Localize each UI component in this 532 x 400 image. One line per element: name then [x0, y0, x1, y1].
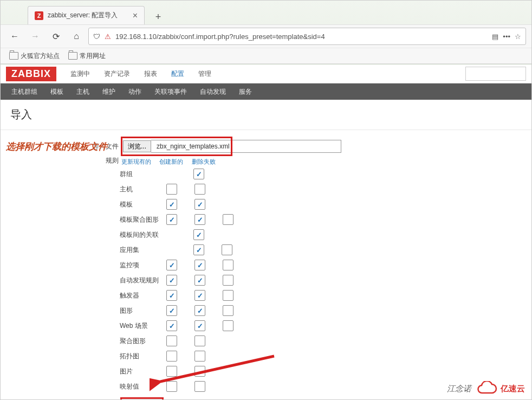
rule-checkbox[interactable]: ✓ — [193, 169, 204, 179]
rule-label: 映射值 — [120, 382, 166, 391]
file-chooser[interactable]: 浏览... zbx_nginx_templates.xml — [123, 140, 341, 153]
rule-checkbox[interactable]: ✓ — [194, 260, 205, 270]
rule-row: 聚合图形 — [120, 336, 531, 346]
browse-button[interactable]: 浏览... — [123, 140, 151, 152]
bookmark-label: 火狐官方站点 — [21, 51, 60, 61]
rule-checkbox[interactable]: ✓ — [193, 229, 204, 240]
bookmark-item[interactable]: 火狐官方站点 — [9, 51, 60, 61]
rule-checkbox[interactable]: ✓ — [194, 214, 205, 225]
rule-checkbox[interactable]: ✓ — [166, 290, 177, 301]
mainnav-item[interactable]: 管理 — [194, 65, 216, 83]
rule-checkbox[interactable]: ✓ — [194, 305, 205, 316]
rule-label: 模板 — [120, 200, 166, 209]
zabbix-logo[interactable]: ZABBIX — [6, 67, 56, 81]
rule-checkbox[interactable]: ✓ — [166, 305, 177, 316]
rule-checkbox[interactable]: ✓ — [166, 199, 177, 210]
subnav-item[interactable]: 动作 — [123, 84, 147, 100]
rule-checkbox — [166, 245, 176, 255]
rule-checkbox[interactable] — [222, 244, 232, 255]
rule-checkbox — [222, 230, 231, 240]
search-input[interactable] — [465, 67, 526, 81]
browser-tab[interactable]: Z zabbix_server: 配置导入 × — [28, 6, 145, 24]
home-button[interactable]: ⌂ — [68, 28, 85, 45]
rule-checkbox[interactable] — [166, 366, 177, 377]
rule-checkbox[interactable] — [223, 290, 233, 301]
mainnav-item[interactable]: 监测中 — [66, 65, 94, 83]
col-create-new: 创建新的 — [158, 158, 185, 166]
rule-row: 图形✓✓ — [120, 305, 531, 316]
bookmark-star-icon[interactable]: ☆ — [515, 33, 521, 41]
rule-checkbox[interactable] — [166, 184, 177, 195]
rule-checkbox[interactable] — [166, 336, 177, 346]
back-button[interactable]: ← — [6, 28, 23, 45]
lock-icon[interactable]: ⚠ — [105, 33, 111, 41]
rule-checkbox[interactable]: ✓ — [166, 275, 177, 286]
rule-row: 图片 — [120, 366, 531, 377]
rule-checkbox[interactable] — [194, 381, 205, 392]
rule-checkbox[interactable]: ✓ — [194, 290, 205, 301]
subnav-item[interactable]: 主机群组 — [6, 84, 43, 100]
reload-button[interactable]: ⟳ — [47, 28, 64, 45]
subnav-item[interactable]: 关联项事件 — [149, 84, 192, 100]
folder-icon — [9, 52, 18, 60]
mainnav-item[interactable]: 报表 — [140, 65, 161, 83]
rule-checkbox[interactable] — [223, 214, 233, 225]
rule-label: 聚合图形 — [120, 337, 166, 346]
col-update-existing: 更新现有的 — [120, 158, 152, 166]
forward-button[interactable]: → — [27, 28, 44, 45]
rule-checkbox[interactable] — [223, 320, 233, 331]
subnav-item[interactable]: 服务 — [233, 84, 257, 100]
rule-checkbox[interactable]: ✓ — [166, 260, 177, 270]
rule-checkbox[interactable]: ✓ — [166, 214, 177, 225]
subnav-item[interactable]: 自动发现 — [194, 84, 231, 100]
rule-checkbox — [223, 366, 232, 376]
rule-checkbox — [166, 169, 176, 179]
rule-checkbox[interactable] — [194, 336, 205, 346]
rule-checkbox — [223, 336, 232, 346]
rule-checkbox[interactable]: ✓ — [193, 244, 204, 255]
rule-checkbox[interactable] — [223, 305, 233, 316]
rule-checkbox[interactable] — [194, 366, 205, 377]
rule-label: 拓扑图 — [120, 352, 166, 361]
rule-row: Web 场景✓✓ — [120, 320, 531, 331]
rule-checkbox[interactable]: ✓ — [194, 199, 205, 210]
col-delete-missing: 删除失败 — [190, 158, 217, 166]
cloud-logo-icon — [475, 381, 497, 396]
rule-checkbox[interactable] — [194, 351, 205, 362]
rule-checkbox[interactable] — [223, 260, 233, 270]
mainnav-item[interactable]: 配置 — [167, 65, 189, 83]
rule-checkbox[interactable] — [166, 381, 177, 392]
more-icon[interactable]: ••• — [503, 33, 510, 41]
rule-checkbox[interactable]: ✓ — [194, 275, 205, 286]
subnav-item[interactable]: 维护 — [97, 84, 121, 100]
new-tab-button[interactable]: + — [149, 10, 167, 24]
rule-checkbox[interactable] — [166, 351, 177, 362]
rule-row: 主机 — [120, 184, 531, 195]
rule-label: 应用集 — [120, 246, 166, 255]
rule-checkbox[interactable] — [223, 275, 233, 286]
import-form: * 导入文件 浏览... zbx_nginx_templates.xml 选择刚… — [1, 130, 531, 400]
rule-checkbox — [223, 199, 232, 209]
shield-icon[interactable]: 🛡 — [93, 33, 100, 41]
rule-checkbox[interactable]: ✓ — [166, 320, 177, 331]
subnav-item[interactable]: 主机 — [71, 84, 95, 100]
tab-close-icon[interactable]: × — [133, 11, 138, 21]
watermark-brand: 亿速云 — [501, 384, 525, 394]
tab-strip: Z zabbix_server: 配置导入 × + — [1, 1, 531, 24]
rule-checkbox — [166, 230, 176, 240]
bookmark-item[interactable]: 常用网址 — [68, 51, 106, 61]
address-bar[interactable]: 🛡 ⚠ 192.168.1.10/zabbix/conf.import.php?… — [88, 28, 526, 45]
rules-label: 规则 — [1, 156, 123, 165]
rule-checkbox[interactable]: ✓ — [194, 320, 205, 331]
rule-row: 模板间的关联✓ — [120, 229, 531, 240]
main-nav: 监测中资产记录报表配置管理 — [66, 65, 216, 83]
rule-row: 应用集✓ — [120, 244, 531, 255]
rule-checkbox — [222, 169, 231, 179]
reader-icon[interactable]: ▤ — [492, 33, 498, 41]
browser-toolbar: ← → ⟳ ⌂ 🛡 ⚠ 192.168.1.10/zabbix/conf.imp… — [1, 24, 531, 48]
rule-checkbox[interactable] — [194, 184, 205, 195]
subnav-item[interactable]: 模板 — [45, 84, 69, 100]
mainnav-item[interactable]: 资产记录 — [100, 65, 134, 83]
zabbix-app: ZABBIX 监测中资产记录报表配置管理 主机群组模板主机维护动作关联项事件自动… — [1, 64, 531, 400]
rule-row: 触发器✓✓ — [120, 290, 531, 301]
